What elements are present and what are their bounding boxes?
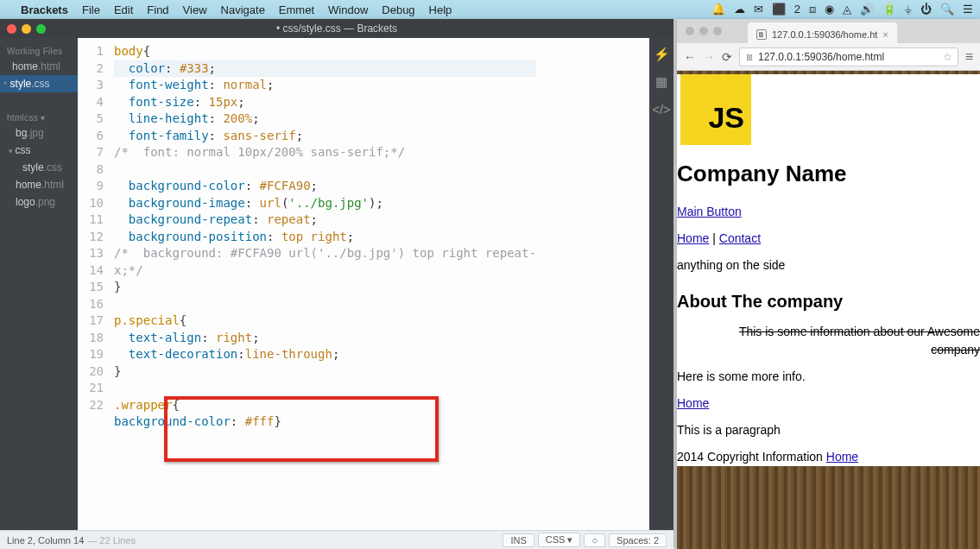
chrome-tabstrip: 🗎 127.0.0.1:59036/home.ht × bbox=[677, 19, 980, 43]
tree-bg[interactable]: bg.jpg bbox=[0, 124, 78, 142]
browser-minimize-button[interactable] bbox=[699, 27, 708, 35]
menu-navigate[interactable]: Navigate bbox=[221, 3, 265, 16]
volume-icon[interactable]: 🔊 bbox=[860, 3, 874, 16]
plain-paragraph: This is a paragraph bbox=[677, 421, 980, 439]
menu-app[interactable]: Brackets bbox=[21, 3, 68, 16]
chat-icon[interactable]: ✉ bbox=[754, 3, 763, 16]
chrome-window: 🗎 127.0.0.1:59036/home.ht × ← → ⟳ 🗎 127.… bbox=[677, 19, 980, 549]
battery-icon[interactable]: 🔋 bbox=[882, 3, 896, 16]
menu-debug[interactable]: Debug bbox=[382, 3, 414, 16]
sync-icon[interactable]: ◉ bbox=[825, 3, 834, 16]
tree-css-folder[interactable]: css bbox=[0, 142, 78, 159]
code-editor[interactable]: 12345678910111213141516171819202122 body… bbox=[78, 38, 649, 530]
menu-find[interactable]: Find bbox=[147, 3, 168, 16]
menu-file[interactable]: File bbox=[82, 3, 100, 16]
menu-edit[interactable]: Edit bbox=[114, 3, 133, 16]
footer-text: 2014 Copyright Information Home bbox=[677, 448, 980, 466]
close-button[interactable] bbox=[7, 24, 16, 34]
chrome-menu-icon[interactable]: ≡ bbox=[965, 49, 973, 65]
wifi-icon[interactable]: ⏚ bbox=[905, 3, 912, 16]
project-heading[interactable]: htmlcss ▾ bbox=[0, 108, 78, 124]
minimize-button[interactable] bbox=[22, 24, 31, 34]
line-count: — 22 Lines bbox=[87, 535, 136, 546]
cursor-position[interactable]: Line 2, Column 14 bbox=[7, 535, 84, 546]
bell-icon[interactable]: 🔔 bbox=[711, 3, 725, 16]
brackets-titlebar[interactable]: • css/style.css — Brackets bbox=[0, 19, 673, 38]
footer-home-link[interactable]: Home bbox=[826, 450, 858, 464]
working-files-heading: Working Files bbox=[0, 41, 78, 58]
code-content[interactable]: body{ color: #333; font-weight: normal; … bbox=[111, 38, 536, 431]
home-link[interactable]: Home bbox=[677, 396, 709, 410]
page-heading: Company Name bbox=[677, 157, 980, 191]
back-button[interactable]: ← bbox=[684, 50, 696, 64]
brackets-sidebar: Working Files home.html style.css htmlcs… bbox=[0, 38, 78, 530]
tab-close-icon[interactable]: × bbox=[882, 29, 888, 40]
browser-close-button[interactable] bbox=[686, 27, 694, 35]
favicon-icon: 🗎 bbox=[756, 29, 767, 40]
tree-home[interactable]: home.html bbox=[0, 176, 78, 193]
browser-viewport[interactable]: JS Company Name Main Button Home | Conta… bbox=[677, 71, 980, 549]
struck-paragraph: This is some information about our Aweso… bbox=[677, 323, 980, 359]
extensions-icon[interactable]: ▦ bbox=[655, 74, 667, 90]
language-mode[interactable]: CSS ▾ bbox=[538, 533, 581, 547]
spotlight-icon[interactable]: 🔍 bbox=[940, 3, 954, 16]
zoom-button[interactable] bbox=[36, 24, 46, 34]
drive-icon[interactable]: ◬ bbox=[843, 3, 851, 16]
brackets-window: • css/style.css — Brackets Working Files… bbox=[0, 19, 673, 549]
menu-emmet[interactable]: Emmet bbox=[279, 3, 314, 16]
power-icon[interactable]: ⏻ bbox=[920, 3, 932, 16]
tab-title: 127.0.0.1:59036/home.ht bbox=[772, 29, 877, 40]
insert-mode[interactable]: INS bbox=[503, 533, 534, 547]
menubar-status-icons: 🔔 ☁ ✉ ⬛ 2 ⧈ ◉ ◬ 🔊 🔋 ⏚ ⏻ 🔍 ☰ bbox=[711, 3, 973, 16]
about-heading: About The company bbox=[677, 288, 980, 314]
menu-icon[interactable]: ☰ bbox=[963, 3, 973, 16]
status-circle[interactable]: ○ bbox=[584, 533, 605, 547]
working-file-home[interactable]: home.html bbox=[0, 58, 78, 75]
reload-button[interactable]: ⟳ bbox=[722, 50, 732, 64]
url-text: 127.0.0.1:59036/home.html bbox=[758, 51, 884, 63]
browser-zoom-button[interactable] bbox=[713, 27, 722, 35]
code-icon[interactable]: </> bbox=[652, 102, 671, 117]
cloud-icon[interactable]: ☁ bbox=[734, 3, 745, 16]
indent-setting[interactable]: Spaces: 2 bbox=[609, 533, 667, 547]
adobe-icon[interactable]: ⬛ bbox=[772, 3, 786, 16]
site-logo: JS bbox=[680, 74, 751, 145]
dropbox-icon[interactable]: ⧈ bbox=[809, 3, 816, 16]
window-title: • css/style.css — Brackets bbox=[0, 22, 673, 35]
forward-button[interactable]: → bbox=[703, 50, 715, 64]
more-info-text: Here is some more info. bbox=[677, 368, 980, 386]
menu-window[interactable]: Window bbox=[328, 3, 368, 16]
brackets-toolstrip: ⚡ ▦ </> bbox=[649, 38, 673, 530]
browser-tab[interactable]: 🗎 127.0.0.1:59036/home.ht × bbox=[748, 22, 897, 43]
mac-menubar: Brackets File Edit Find View Navigate Em… bbox=[0, 0, 980, 19]
tree-logo[interactable]: logo.png bbox=[0, 193, 78, 211]
nav-home-link[interactable]: Home bbox=[677, 231, 709, 245]
main-button-link[interactable]: Main Button bbox=[677, 205, 742, 218]
nav-contact-link[interactable]: Contact bbox=[719, 231, 761, 245]
menu-view[interactable]: View bbox=[183, 3, 207, 16]
menu-help[interactable]: Help bbox=[429, 3, 452, 16]
working-file-style[interactable]: style.css bbox=[0, 75, 78, 92]
live-preview-icon[interactable]: ⚡ bbox=[654, 47, 670, 62]
num-icon: 2 bbox=[794, 3, 800, 16]
address-bar[interactable]: 🗎 127.0.0.1:59036/home.html ☆ bbox=[739, 47, 958, 66]
chrome-toolbar: ← → ⟳ 🗎 127.0.0.1:59036/home.html ☆ ≡ bbox=[677, 43, 980, 71]
brackets-statusbar: Line 2, Column 14 — 22 Lines INS CSS ▾ ○… bbox=[0, 530, 673, 549]
tree-style[interactable]: style.css bbox=[0, 159, 78, 176]
page-icon: 🗎 bbox=[745, 52, 755, 62]
bookmark-icon[interactable]: ☆ bbox=[943, 51, 952, 63]
line-gutter: 12345678910111213141516171819202122 bbox=[78, 38, 111, 431]
aside-text: anything on the side bbox=[677, 256, 980, 274]
